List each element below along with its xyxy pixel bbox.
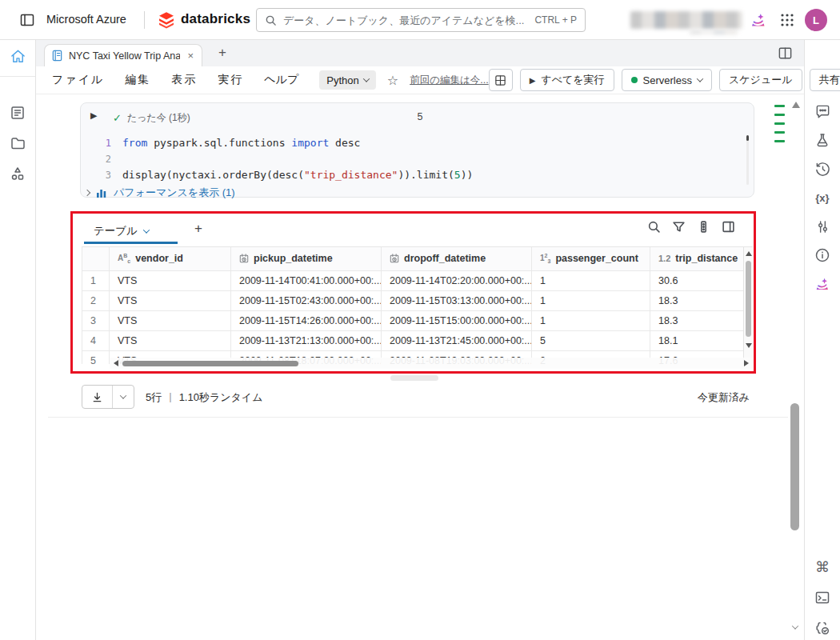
results-tab-row: テーブル + — [73, 214, 753, 246]
search-input[interactable] — [283, 14, 528, 26]
filter-icon[interactable] — [672, 220, 686, 234]
code-cell[interactable]: ▶ ✓ たった今 (1秒) 5 1 2 3 from pyspark.sql.f… — [80, 102, 754, 198]
info-icon[interactable] — [814, 246, 831, 264]
cell-trip-distance: 18.1 — [650, 330, 754, 350]
code-token: )).limit( — [398, 169, 454, 181]
table-row[interactable]: 1 VTS 2009-11-14T00:41:00.000+00:... 200… — [82, 270, 754, 290]
table-row[interactable]: 3 VTS 2009-11-15T14:26:00.000+00:... 200… — [82, 310, 754, 330]
scroll-right-arrow-icon[interactable] — [744, 360, 749, 366]
search-icon — [265, 14, 277, 26]
results-resize-handle[interactable] — [390, 375, 438, 381]
code-line-1[interactable]: from pyspark.sql.functions import desc — [122, 137, 360, 153]
workspace-notebooks-icon[interactable] — [9, 104, 26, 122]
new-tab-button[interactable]: + — [218, 45, 226, 61]
download-button-group[interactable] — [82, 385, 134, 409]
user-avatar[interactable]: L — [805, 9, 827, 31]
version-history-icon[interactable] — [814, 160, 831, 178]
environment-settings-icon[interactable] — [814, 218, 831, 235]
side-panel-icon[interactable] — [722, 220, 735, 234]
menu-run[interactable]: 実行 — [218, 73, 243, 87]
code-token: pyspark.sql.functions — [147, 137, 291, 149]
sidebar-toggle-icon[interactable] — [19, 12, 35, 28]
scroll-up-arrow-icon[interactable] — [746, 251, 752, 256]
cell-scrollbar[interactable] — [746, 135, 749, 185]
split-view-icon[interactable] — [778, 46, 793, 61]
code-line-3[interactable]: display(nyctaxi.orderBy(desc("trip_dista… — [122, 169, 473, 185]
string-type-icon: ABc — [118, 253, 130, 264]
dashboard-layout-button[interactable] — [489, 69, 513, 91]
cell-passenger-count: 5 — [532, 330, 650, 350]
table-vertical-scrollbar[interactable] — [743, 247, 753, 364]
menu-view[interactable]: 表示 — [171, 73, 197, 87]
favorite-star-icon[interactable]: ☆ — [387, 73, 398, 88]
menu-file[interactable]: ファイル — [52, 73, 104, 87]
active-tab-underline — [84, 242, 178, 244]
results-tab-table[interactable]: テーブル — [84, 219, 158, 243]
redacted-workspace-name — [630, 11, 742, 29]
azure-brand-label: Microsoft Azure — [46, 13, 126, 26]
column-header-trip-distance[interactable]: 1.2 trip_distance — [650, 247, 754, 270]
results-table[interactable]: ABc vendor_id pickup_datetime dropoff_da… — [82, 246, 753, 364]
global-search[interactable]: CTRL + P — [256, 8, 586, 32]
column-header-passenger-count[interactable]: 123 passenger_count — [532, 247, 650, 270]
share-button[interactable]: 共有 — [810, 69, 840, 91]
column-header-vendor-id[interactable]: ABc vendor_id — [110, 247, 231, 270]
column-header-dropoff-datetime[interactable]: dropoff_datetime — [382, 247, 532, 270]
scrollbar-thumb[interactable] — [122, 361, 298, 366]
table-horizontal-scrollbar[interactable] — [110, 358, 753, 369]
play-icon: ▶ — [530, 76, 536, 85]
scroll-left-arrow-icon[interactable] — [114, 360, 118, 366]
assistant-icon[interactable] — [749, 10, 768, 30]
table-options-kebab-icon[interactable] — [697, 220, 710, 234]
tab-nyc-taxi-notebook[interactable]: NYC Taxi Yellow Trip Analysis × — [44, 44, 202, 66]
language-selector[interactable]: Python — [319, 70, 375, 90]
show-performance-link[interactable]: パフォーマンスを表示 (1) — [114, 186, 235, 200]
cell-run-button[interactable]: ▶ — [90, 110, 97, 121]
compute-selector-button[interactable]: Serverless — [622, 69, 712, 91]
scrollbar-thumb[interactable] — [746, 261, 751, 337]
terminal-icon[interactable] — [814, 589, 831, 606]
keyboard-shortcuts-icon[interactable]: ⌘ — [814, 558, 831, 576]
schedule-button[interactable]: スケジュール — [719, 69, 802, 91]
chevron-down-icon — [363, 75, 370, 82]
cell-dropoff-datetime: 2009-11-15T03:13:00.000+00:... — [382, 290, 532, 310]
line-number: 2 — [87, 154, 111, 165]
main-scroll-up-arrow-icon[interactable] — [792, 102, 800, 108]
folder-icon[interactable] — [9, 134, 26, 152]
last-edit-link[interactable]: 前回の編集は今... — [410, 74, 489, 87]
cell-header: ▶ ✓ たった今 (1秒) 5 — [81, 109, 754, 125]
run-all-button[interactable]: ▶ すべてを実行 — [520, 69, 614, 91]
cell-run-status: ✓ たった今 (1秒) — [113, 111, 190, 125]
cell-run-marker — [774, 140, 785, 142]
add-visualization-button[interactable]: + — [194, 221, 202, 237]
chevron-right-icon[interactable] — [84, 190, 90, 196]
cell-vendor-id: VTS — [110, 330, 231, 350]
tab-close-icon[interactable]: × — [186, 50, 195, 62]
scroll-down-arrow-icon[interactable] — [746, 343, 752, 348]
main-scroll-down-chevron-icon[interactable] — [791, 624, 799, 632]
menu-help[interactable]: ヘルプ — [264, 73, 298, 87]
download-options-chevron[interactable] — [113, 386, 134, 408]
variables-icon[interactable]: {x} — [814, 189, 831, 206]
main-scrollbar-thumb[interactable] — [790, 403, 799, 530]
home-icon[interactable] — [9, 47, 26, 65]
workflows-icon[interactable] — [9, 165, 26, 182]
download-button[interactable] — [82, 386, 113, 408]
column-header-pickup-datetime[interactable]: pickup_datetime — [231, 247, 382, 270]
assistant-panel-icon[interactable] — [814, 275, 831, 293]
table-row[interactable]: 2 VTS 2009-11-15T02:43:00.000+00:... 200… — [82, 290, 754, 310]
stats-separator: | — [169, 390, 171, 405]
search-results-icon[interactable] — [647, 220, 661, 234]
table-header-row: ABc vendor_id pickup_datetime dropoff_da… — [82, 247, 754, 270]
schema-check-icon[interactable] — [814, 619, 831, 637]
code-token: 5 — [454, 169, 461, 181]
code-token: desc — [329, 137, 360, 149]
app-switcher-grid-icon[interactable] — [780, 13, 794, 27]
table-row[interactable]: 4 VTS 2009-11-13T21:13:00.000+00:... 200… — [82, 330, 754, 350]
topbar-divider — [144, 11, 145, 29]
experiments-flask-icon[interactable] — [814, 131, 831, 149]
comments-icon[interactable] — [814, 102, 831, 120]
language-label: Python — [326, 74, 358, 86]
notebook-tab-strip: NYC Taxi Yellow Trip Analysis × + — [36, 40, 804, 66]
menu-edit[interactable]: 編集 — [125, 73, 150, 87]
